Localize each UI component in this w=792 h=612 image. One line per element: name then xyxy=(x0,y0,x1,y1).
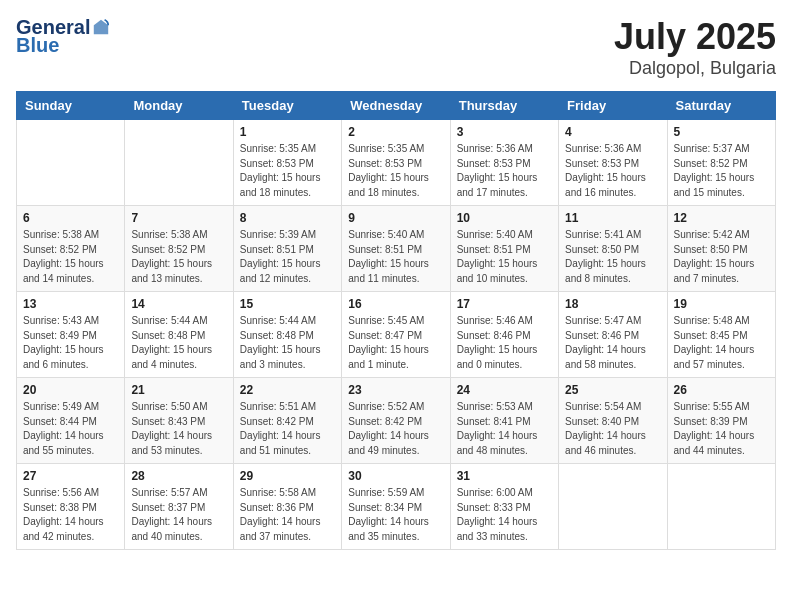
day-info: Sunrise: 5:44 AM Sunset: 8:48 PM Dayligh… xyxy=(131,314,226,372)
day-info: Sunrise: 5:49 AM Sunset: 8:44 PM Dayligh… xyxy=(23,400,118,458)
day-info: Sunrise: 5:38 AM Sunset: 8:52 PM Dayligh… xyxy=(23,228,118,286)
day-number: 13 xyxy=(23,297,118,311)
day-number: 27 xyxy=(23,469,118,483)
day-number: 22 xyxy=(240,383,335,397)
calendar-cell: 8Sunrise: 5:39 AM Sunset: 8:51 PM Daylig… xyxy=(233,206,341,292)
logo: General Blue xyxy=(16,16,110,57)
day-number: 25 xyxy=(565,383,660,397)
calendar-cell: 1Sunrise: 5:35 AM Sunset: 8:53 PM Daylig… xyxy=(233,120,341,206)
calendar-cell xyxy=(125,120,233,206)
calendar-cell: 20Sunrise: 5:49 AM Sunset: 8:44 PM Dayli… xyxy=(17,378,125,464)
day-info: Sunrise: 5:35 AM Sunset: 8:53 PM Dayligh… xyxy=(348,142,443,200)
calendar-week-5: 27Sunrise: 5:56 AM Sunset: 8:38 PM Dayli… xyxy=(17,464,776,550)
calendar-cell: 5Sunrise: 5:37 AM Sunset: 8:52 PM Daylig… xyxy=(667,120,775,206)
day-info: Sunrise: 5:44 AM Sunset: 8:48 PM Dayligh… xyxy=(240,314,335,372)
calendar-cell: 21Sunrise: 5:50 AM Sunset: 8:43 PM Dayli… xyxy=(125,378,233,464)
day-info: Sunrise: 5:46 AM Sunset: 8:46 PM Dayligh… xyxy=(457,314,552,372)
day-number: 31 xyxy=(457,469,552,483)
day-number: 10 xyxy=(457,211,552,225)
day-number: 11 xyxy=(565,211,660,225)
calendar-cell: 12Sunrise: 5:42 AM Sunset: 8:50 PM Dayli… xyxy=(667,206,775,292)
calendar-cell: 4Sunrise: 5:36 AM Sunset: 8:53 PM Daylig… xyxy=(559,120,667,206)
day-info: Sunrise: 5:54 AM Sunset: 8:40 PM Dayligh… xyxy=(565,400,660,458)
page-header: General Blue July 2025 Dalgopol, Bulgari… xyxy=(16,16,776,79)
day-info: Sunrise: 5:40 AM Sunset: 8:51 PM Dayligh… xyxy=(348,228,443,286)
logo-blue-text: Blue xyxy=(16,34,59,57)
day-number: 6 xyxy=(23,211,118,225)
logo-icon xyxy=(92,18,110,36)
calendar-cell: 15Sunrise: 5:44 AM Sunset: 8:48 PM Dayli… xyxy=(233,292,341,378)
day-number: 29 xyxy=(240,469,335,483)
day-number: 14 xyxy=(131,297,226,311)
day-number: 16 xyxy=(348,297,443,311)
calendar-week-4: 20Sunrise: 5:49 AM Sunset: 8:44 PM Dayli… xyxy=(17,378,776,464)
calendar-cell: 25Sunrise: 5:54 AM Sunset: 8:40 PM Dayli… xyxy=(559,378,667,464)
calendar-cell: 14Sunrise: 5:44 AM Sunset: 8:48 PM Dayli… xyxy=(125,292,233,378)
calendar-cell: 27Sunrise: 5:56 AM Sunset: 8:38 PM Dayli… xyxy=(17,464,125,550)
day-number: 1 xyxy=(240,125,335,139)
day-number: 3 xyxy=(457,125,552,139)
weekday-header-monday: Monday xyxy=(125,92,233,120)
day-number: 28 xyxy=(131,469,226,483)
day-number: 4 xyxy=(565,125,660,139)
weekday-header-friday: Friday xyxy=(559,92,667,120)
day-number: 5 xyxy=(674,125,769,139)
day-number: 17 xyxy=(457,297,552,311)
day-info: Sunrise: 5:43 AM Sunset: 8:49 PM Dayligh… xyxy=(23,314,118,372)
calendar-week-2: 6Sunrise: 5:38 AM Sunset: 8:52 PM Daylig… xyxy=(17,206,776,292)
day-info: Sunrise: 6:00 AM Sunset: 8:33 PM Dayligh… xyxy=(457,486,552,544)
calendar-cell: 7Sunrise: 5:38 AM Sunset: 8:52 PM Daylig… xyxy=(125,206,233,292)
day-info: Sunrise: 5:59 AM Sunset: 8:34 PM Dayligh… xyxy=(348,486,443,544)
calendar-cell: 23Sunrise: 5:52 AM Sunset: 8:42 PM Dayli… xyxy=(342,378,450,464)
calendar-cell xyxy=(17,120,125,206)
calendar-cell: 13Sunrise: 5:43 AM Sunset: 8:49 PM Dayli… xyxy=(17,292,125,378)
day-info: Sunrise: 5:35 AM Sunset: 8:53 PM Dayligh… xyxy=(240,142,335,200)
page-title: July 2025 xyxy=(614,16,776,58)
calendar-cell: 31Sunrise: 6:00 AM Sunset: 8:33 PM Dayli… xyxy=(450,464,558,550)
day-info: Sunrise: 5:42 AM Sunset: 8:50 PM Dayligh… xyxy=(674,228,769,286)
day-number: 9 xyxy=(348,211,443,225)
day-info: Sunrise: 5:40 AM Sunset: 8:51 PM Dayligh… xyxy=(457,228,552,286)
calendar-cell: 19Sunrise: 5:48 AM Sunset: 8:45 PM Dayli… xyxy=(667,292,775,378)
day-number: 26 xyxy=(674,383,769,397)
day-number: 21 xyxy=(131,383,226,397)
day-info: Sunrise: 5:38 AM Sunset: 8:52 PM Dayligh… xyxy=(131,228,226,286)
day-number: 30 xyxy=(348,469,443,483)
calendar-cell: 24Sunrise: 5:53 AM Sunset: 8:41 PM Dayli… xyxy=(450,378,558,464)
calendar-cell: 6Sunrise: 5:38 AM Sunset: 8:52 PM Daylig… xyxy=(17,206,125,292)
day-info: Sunrise: 5:53 AM Sunset: 8:41 PM Dayligh… xyxy=(457,400,552,458)
day-number: 20 xyxy=(23,383,118,397)
weekday-header-sunday: Sunday xyxy=(17,92,125,120)
day-info: Sunrise: 5:50 AM Sunset: 8:43 PM Dayligh… xyxy=(131,400,226,458)
day-info: Sunrise: 5:48 AM Sunset: 8:45 PM Dayligh… xyxy=(674,314,769,372)
weekday-header-thursday: Thursday xyxy=(450,92,558,120)
day-info: Sunrise: 5:51 AM Sunset: 8:42 PM Dayligh… xyxy=(240,400,335,458)
calendar-cell xyxy=(667,464,775,550)
day-info: Sunrise: 5:36 AM Sunset: 8:53 PM Dayligh… xyxy=(565,142,660,200)
day-number: 24 xyxy=(457,383,552,397)
title-block: July 2025 Dalgopol, Bulgaria xyxy=(614,16,776,79)
day-info: Sunrise: 5:36 AM Sunset: 8:53 PM Dayligh… xyxy=(457,142,552,200)
day-number: 8 xyxy=(240,211,335,225)
day-info: Sunrise: 5:45 AM Sunset: 8:47 PM Dayligh… xyxy=(348,314,443,372)
calendar-cell: 2Sunrise: 5:35 AM Sunset: 8:53 PM Daylig… xyxy=(342,120,450,206)
day-number: 19 xyxy=(674,297,769,311)
calendar-cell: 22Sunrise: 5:51 AM Sunset: 8:42 PM Dayli… xyxy=(233,378,341,464)
day-number: 12 xyxy=(674,211,769,225)
calendar-cell: 26Sunrise: 5:55 AM Sunset: 8:39 PM Dayli… xyxy=(667,378,775,464)
day-number: 15 xyxy=(240,297,335,311)
calendar-cell: 28Sunrise: 5:57 AM Sunset: 8:37 PM Dayli… xyxy=(125,464,233,550)
page-subtitle: Dalgopol, Bulgaria xyxy=(614,58,776,79)
day-info: Sunrise: 5:52 AM Sunset: 8:42 PM Dayligh… xyxy=(348,400,443,458)
weekday-header-tuesday: Tuesday xyxy=(233,92,341,120)
day-number: 2 xyxy=(348,125,443,139)
weekday-header-saturday: Saturday xyxy=(667,92,775,120)
weekday-header-wednesday: Wednesday xyxy=(342,92,450,120)
calendar-cell: 16Sunrise: 5:45 AM Sunset: 8:47 PM Dayli… xyxy=(342,292,450,378)
day-info: Sunrise: 5:55 AM Sunset: 8:39 PM Dayligh… xyxy=(674,400,769,458)
calendar-week-3: 13Sunrise: 5:43 AM Sunset: 8:49 PM Dayli… xyxy=(17,292,776,378)
calendar-cell: 11Sunrise: 5:41 AM Sunset: 8:50 PM Dayli… xyxy=(559,206,667,292)
day-info: Sunrise: 5:39 AM Sunset: 8:51 PM Dayligh… xyxy=(240,228,335,286)
calendar-cell: 30Sunrise: 5:59 AM Sunset: 8:34 PM Dayli… xyxy=(342,464,450,550)
calendar-cell: 10Sunrise: 5:40 AM Sunset: 8:51 PM Dayli… xyxy=(450,206,558,292)
